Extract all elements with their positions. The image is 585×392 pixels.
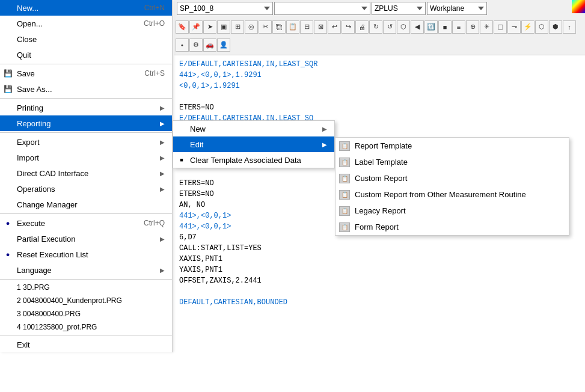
menu-item-language[interactable]: Language ▶ [0,262,172,278]
code-line-2: 441>,<0,0,1>,1.9291 [179,70,580,81]
toolbar-btn-grid3[interactable]: ⊠ [314,20,327,34]
probe2-select[interactable] [274,2,370,15]
toolbar-btn-car[interactable]: 🚗 [203,38,216,52]
legacyreport-icon: 📋 [339,206,350,216]
toolbar-btn-square[interactable]: ▣ [217,20,230,34]
toolbar-btn-loop[interactable]: 🔃 [424,20,438,34]
toolbar-btn-link[interactable]: ⬡ [535,20,548,34]
operations-icon [2,183,13,194]
toolbar-btn-bookmark2[interactable]: 📌 [189,20,203,34]
menu-item-directcad[interactable]: Direct CAD Interface ▶ [0,165,172,181]
recent-file-4[interactable]: 4 1001235800_prot.PRG [0,320,172,334]
toolbar-btn-person[interactable]: 👤 [217,38,230,52]
edit-submenu: 📋 Report Template 📋 Label Template 📋 Cus… [335,137,569,236]
saveas-icon: 💾 [2,84,13,94]
menu-item-printing[interactable]: Printing ▶ [0,100,172,115]
toolbar-btn-grid2[interactable]: ⊟ [300,20,313,34]
toolbar-btn-crosshair[interactable]: ⊕ [466,20,479,34]
toolbar-btn-machine[interactable]: ⚙ [189,38,203,52]
edit-submenu-labeltemplate[interactable]: 📋 Label Template [335,154,569,170]
code-line-23: DEFAULT,CARTESIAN,BOUNDED [179,297,580,308]
edit-submenu-legacyreport[interactable]: 📋 Legacy Report [335,203,569,219]
menu-item-operations[interactable]: Operations ▶ [0,181,172,197]
formreport-icon: 📋 [339,222,350,232]
toolbar-btn-dash[interactable]: ⊸ [507,20,521,34]
menu-item-reporting[interactable]: Reporting ▶ [0,115,172,131]
edit-submenu-formreport[interactable]: 📋 Form Report [335,219,569,235]
toolbar-btn-lightning[interactable]: ⚡ [521,20,534,34]
toolbar-btn-grid[interactable]: ⊞ [231,20,244,34]
workplane-select[interactable]: Workplane [427,2,487,15]
menu-item-saveas[interactable]: 💾 Save As... [0,81,172,97]
code-line-22 [179,286,580,297]
recent-file-1[interactable]: 1 3D.PRG [0,281,172,294]
changemanager-icon [2,199,13,210]
submenu-cleartemplate-icon: ■ [177,155,186,165]
toolbar-btn-lines[interactable]: ≡ [452,20,465,34]
reporting-submenu-edit[interactable]: Edit ▶ [173,136,334,152]
code-line-5: ETERS=NO [179,102,580,113]
menu-item-partialexec[interactable]: Partial Execution ▶ [0,231,172,247]
toolbar-btn-dot[interactable]: • [176,38,189,52]
quit-icon [2,49,13,60]
recent-file-2[interactable]: 2 0048000400_Kundenprot.PRG [0,294,172,307]
toolbar-btn-3d[interactable]: ⬡ [397,20,410,34]
reporting-submenu-cleartemplate[interactable]: ■ Clear Template Associated Data [173,152,334,168]
toolbar-btn-rotate[interactable]: ↻ [369,20,382,34]
resetexec-icon: ● [2,249,13,260]
toolbar-btn-print[interactable]: 🖨 [355,20,369,34]
partialexec-icon [2,233,13,244]
customreportother-icon: 📋 [339,190,350,200]
reporting-submenu-new[interactable]: New ▶ [173,121,334,136]
toolbar-btn-copy[interactable]: ⿻ [272,20,286,34]
edit-submenu-reporttemplate[interactable]: 📋 Report Template [335,138,569,154]
toolbar-btn-redo[interactable]: ↪ [342,20,355,34]
menu-item-execute[interactable]: ● Execute Ctrl+Q [0,215,172,231]
exit-icon [2,339,13,350]
toolbar-btn-bookmark[interactable]: 🔖 [176,20,189,34]
import-icon [2,152,13,163]
edit-submenu-customreport[interactable]: 📋 Custom Report [335,170,569,186]
language-icon [2,265,13,275]
toolbar-btn-circle[interactable]: ◎ [245,20,258,34]
toolbar: 🔖 📌 ➤ ▣ ⊞ ◎ ✂ ⿻ 📋 ⊟ ⊠ ↩ ↪ 🖨 ↻ ↺ ⬡ ◀ 🔃 ■ … [174,17,585,55]
toolbar-btn-undo[interactable]: ↩ [328,20,341,34]
toolbar-btn-box[interactable]: ▢ [494,20,507,34]
separator-2 [0,98,172,99]
menu-item-close[interactable]: Close [0,31,172,47]
code-line-21: OFFSET,ZAXIS,2.2441 [179,275,580,286]
separator-6 [0,335,172,335]
submenu-edit-icon [177,139,186,149]
menu-item-quit[interactable]: Quit [0,47,172,63]
separator-4 [0,213,172,214]
toolbar-btn-link2[interactable]: ⬢ [549,20,562,34]
toolbar-btn-cursor[interactable]: ➤ [203,20,216,34]
menu-item-export[interactable]: Export ▶ [0,134,172,150]
menu-item-save[interactable]: 💾 Save Ctrl+S [0,66,172,81]
edit-submenu-customreportother[interactable]: 📋 Custom Report from Other Measurement R… [335,186,569,203]
code-line-1: E/DEFAULT,CARTESIAN,IN,LEAST_SQR [179,59,580,70]
probe-select[interactable]: SP_100_8 [177,2,273,15]
menu-item-open[interactable]: Open... Ctrl+O [0,16,172,31]
menu-item-import[interactable]: Import ▶ [0,150,172,165]
menu-item-resetexec[interactable]: ● Reset Execution List [0,247,172,262]
direction-select[interactable]: ZPLUS [372,2,426,15]
separator-5 [0,279,172,280]
menu-item-exit[interactable]: Exit [0,337,172,352]
toolbar-btn-arrow-up[interactable]: ↑ [563,20,576,34]
toolbar-btn-square2[interactable]: ■ [438,20,452,34]
code-line-4 [179,91,580,102]
toolbar-btn-cut[interactable]: ✂ [259,20,272,34]
separator-3 [0,132,172,133]
menu-item-new[interactable]: New... Ctrl+N [0,0,172,16]
close-icon [2,34,13,44]
toolbar-btn-paste[interactable]: 📋 [286,20,299,34]
toolbar-btn-rotate2[interactable]: ↺ [383,20,396,34]
toolbar-btn-arrow-left[interactable]: ◀ [411,20,424,34]
reporttemplate-icon: 📋 [339,141,350,151]
menu-item-changemanager[interactable]: Change Manager [0,197,172,212]
toolbar-btn-asterisk[interactable]: ✳ [480,20,493,34]
recent-file-3[interactable]: 3 0048000400.PRG [0,307,172,320]
export-icon [2,136,13,147]
directcad-icon [2,168,13,179]
